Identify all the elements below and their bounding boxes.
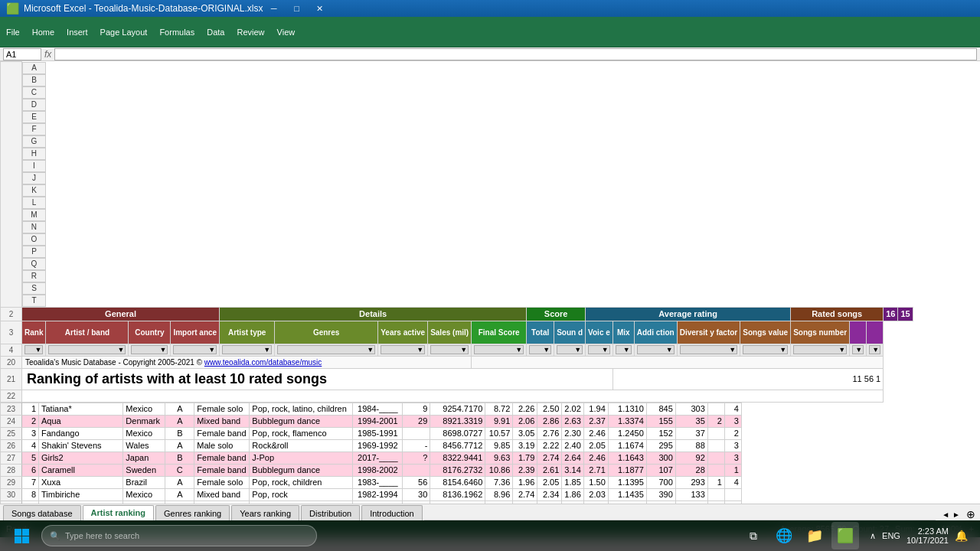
filter-country[interactable]: ▼ xyxy=(129,344,171,356)
filter-div[interactable]: ▼ xyxy=(677,344,740,356)
filter-num[interactable]: ▼ xyxy=(791,344,850,356)
cell: 9254.7170 xyxy=(430,403,485,415)
table-row: 264Shakin' StevensWalesAMale soloRock&ro… xyxy=(1,439,742,452)
row-20-num: 20 xyxy=(1,356,22,368)
tab-add[interactable]: ⊕ xyxy=(966,508,975,520)
ribbon-file[interactable]: File xyxy=(6,28,20,37)
col-k[interactable]: K xyxy=(22,184,46,197)
filter-voice[interactable]: ▼ xyxy=(586,344,613,356)
col-r[interactable]: R xyxy=(22,270,46,282)
cell: 2.30 xyxy=(562,427,583,439)
task-view-btn[interactable]: ⧉ xyxy=(740,522,767,549)
system-tray: ∧ ENG 2:23 AM 10/17/2021 🔔 xyxy=(864,527,974,545)
row-2-num: 2 xyxy=(1,307,22,321)
cell: ? xyxy=(403,452,430,464)
filter-imp[interactable]: ▼ xyxy=(171,344,220,356)
cell: C xyxy=(165,464,194,476)
filter-val[interactable]: ▼ xyxy=(740,344,791,356)
col-s[interactable]: S xyxy=(22,282,46,295)
col-j[interactable]: J xyxy=(22,172,46,184)
cell: Bubblegum dance xyxy=(250,415,353,427)
filter-total[interactable]: ▼ xyxy=(527,344,554,356)
ribbon-page-layout[interactable]: Page Layout xyxy=(100,28,148,37)
cell: 2.63 xyxy=(562,415,583,427)
explorer-icon[interactable]: 📁 xyxy=(801,522,828,549)
cell: 92 xyxy=(675,452,707,464)
taskbar-apps: ⧉ 🌐 📁 🟩 xyxy=(740,522,859,549)
artist-type-header: Artist type xyxy=(220,321,275,344)
cell: 8154.6460 xyxy=(430,476,485,488)
col-a[interactable]: A xyxy=(22,62,46,74)
cell: 1 xyxy=(707,476,724,488)
col-c[interactable]: C xyxy=(22,86,46,99)
col-n[interactable]: N xyxy=(22,221,46,233)
ribbon-review[interactable]: Review xyxy=(237,28,264,37)
spreadsheet-area[interactable]: A B C D E F G H I J K L M N O P Q xyxy=(0,61,980,504)
col-e[interactable]: E xyxy=(22,111,46,123)
tab-scroll-left[interactable]: ◄ xyxy=(942,510,949,519)
ribbon-insert[interactable]: Insert xyxy=(67,28,88,37)
notification-btn[interactable]: 🔔 xyxy=(955,530,968,542)
filter-score[interactable]: ▼ xyxy=(472,344,527,356)
filter-sales[interactable]: ▼ xyxy=(428,344,472,356)
close-button[interactable]: ✕ xyxy=(309,2,331,15)
col-h[interactable]: H xyxy=(22,148,46,160)
sheet-tab-years-ranking[interactable]: Years ranking xyxy=(231,505,299,520)
title-row: 21 Ranking of artists with at least 10 r… xyxy=(1,368,913,390)
cell: 3 xyxy=(724,415,741,427)
row-3-num: 3 xyxy=(1,321,22,344)
col-f[interactable]: F xyxy=(22,123,46,135)
excel-taskbar-icon[interactable]: 🟩 xyxy=(831,522,859,549)
formula-input[interactable] xyxy=(54,48,977,60)
col-t[interactable]: T xyxy=(22,295,46,307)
copyright-link[interactable]: www.teoalida.com/database/music xyxy=(204,358,322,367)
minimize-button[interactable]: ─ xyxy=(263,2,285,15)
cell: Aqua xyxy=(39,415,123,427)
filter-years[interactable]: ▼ xyxy=(378,344,428,356)
svg-rect-0 xyxy=(15,529,21,536)
col-g[interactable]: G xyxy=(22,135,46,148)
col-p[interactable]: P xyxy=(22,246,46,258)
col-d[interactable]: D xyxy=(22,99,46,111)
col-b[interactable]: B xyxy=(22,74,46,86)
filter-genres[interactable]: ▼ xyxy=(275,344,378,356)
col-o[interactable]: O xyxy=(22,233,46,246)
cell xyxy=(707,488,724,500)
ribbon-view[interactable]: View xyxy=(277,28,296,37)
filter-artist[interactable]: ▼ xyxy=(46,344,129,356)
sheet-tab-artist-ranking[interactable]: Artist ranking xyxy=(83,505,155,520)
copyright-row: 20 Teoalida's Music Database - Copyright… xyxy=(1,356,913,368)
col-q[interactable]: Q xyxy=(22,258,46,270)
cell: 8 xyxy=(22,488,39,500)
cell: 5 xyxy=(22,452,39,464)
taskbar-search[interactable]: 🔍 Type here to search xyxy=(41,525,317,546)
edge-icon[interactable]: 🌐 xyxy=(770,522,798,549)
tab-scroll-right[interactable]: ► xyxy=(952,510,960,519)
ribbon-formulas[interactable]: Formulas xyxy=(159,28,194,37)
filter-type[interactable]: ▼ xyxy=(220,344,275,356)
sheet-tab-introduction[interactable]: Introduction xyxy=(361,505,422,520)
cell: 3 xyxy=(724,500,741,504)
cell: Pasărea Colibri xyxy=(39,500,123,504)
cell: B xyxy=(165,452,194,464)
filter-s15[interactable]: ▼ xyxy=(867,344,884,356)
tray-chevron[interactable]: ∧ xyxy=(870,531,876,541)
ribbon-data[interactable]: Data xyxy=(207,28,224,37)
start-button[interactable] xyxy=(6,520,37,551)
cell-reference-box[interactable] xyxy=(3,48,41,60)
filter-s16[interactable]: ▼ xyxy=(850,344,867,356)
col-i[interactable]: I xyxy=(22,160,46,172)
sheet-tab-genres-ranking[interactable]: Genres ranking xyxy=(155,505,230,520)
cell: Romania xyxy=(123,500,165,504)
filter-add[interactable]: ▼ xyxy=(634,344,677,356)
maximize-button[interactable]: □ xyxy=(286,2,308,15)
col-l[interactable]: L xyxy=(22,197,46,209)
genres-header: Genres xyxy=(275,321,378,344)
sheet-tab-distribution[interactable]: Distribution xyxy=(301,505,360,520)
filter-mix[interactable]: ▼ xyxy=(612,344,634,356)
col-m[interactable]: M xyxy=(22,209,46,221)
sheet-tab-songs-database[interactable]: Songs database xyxy=(3,505,81,520)
ribbon-home[interactable]: Home xyxy=(32,28,54,37)
filter-rank[interactable]: ▼ xyxy=(22,344,46,356)
filter-sound[interactable]: ▼ xyxy=(554,344,586,356)
